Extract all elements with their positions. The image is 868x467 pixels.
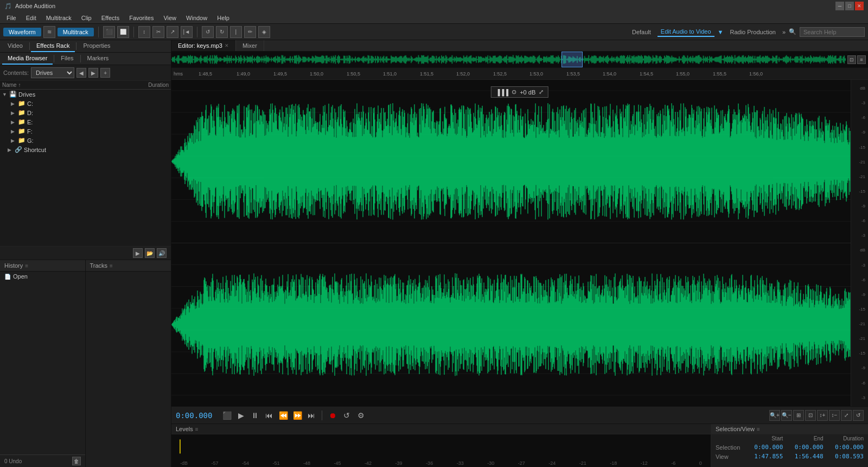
multitrack-tab[interactable]: Multitrack <box>58 28 94 36</box>
history-menu-btn[interactable]: ≡ <box>25 263 28 269</box>
tab-sep-mb-2 <box>80 55 81 62</box>
toolbar-btn-3[interactable]: ↕ <box>138 26 150 38</box>
ctrl-stop[interactable]: ⬛ <box>221 409 233 421</box>
tab-editor-keys[interactable]: Editor: keys.mp3 ✕ <box>171 40 236 51</box>
tree-item-e[interactable]: ▶ 📁 E: <box>0 117 171 127</box>
mb-folder-btn[interactable]: 📂 <box>145 248 155 258</box>
zoom-fit-amp[interactable]: ⤢ <box>841 410 852 421</box>
tab-mixer[interactable]: Mixer <box>236 40 264 51</box>
toolbar-btn-9[interactable]: | <box>230 26 242 38</box>
workspace-area: Default Edit Audio to Video ▼ Radio Prod… <box>629 27 865 37</box>
editor-tab-close[interactable]: ✕ <box>225 43 229 48</box>
workspace-edit-audio[interactable]: Edit Audio to Video <box>658 27 714 37</box>
close-button[interactable]: ✕ <box>855 2 864 10</box>
selection-view-panel: Selection/View ≡ Start End Duration <box>711 424 868 467</box>
selection-start: 0:00.000 <box>747 443 787 452</box>
tab-markers[interactable]: Markers <box>82 53 114 65</box>
ctrl-play[interactable]: ▶ <box>235 409 247 421</box>
overview-btn-fit[interactable]: ⊡ <box>847 55 856 64</box>
view-end: 1:56.448 <box>787 452 827 461</box>
amplitude-circle: ⊙ <box>512 89 516 96</box>
tree-item-d[interactable]: ▶ 📁 D: <box>0 108 171 117</box>
waveform-display[interactable]: ▐▐▐ ⊙ +0 dB ⤢ dB -3 -6 -9 -15 -21 -21 -1… <box>171 80 868 406</box>
menu-window[interactable]: Window <box>182 14 212 22</box>
restore-button[interactable]: □ <box>845 2 854 10</box>
menu-favorites[interactable]: Favorites <box>125 14 158 22</box>
arrow-d: ▶ <box>11 110 16 116</box>
ctrl-settings[interactable]: ⚙ <box>355 409 367 421</box>
tab-media-browser[interactable]: Media Browser <box>2 53 53 65</box>
zoom-fit[interactable]: ⊞ <box>793 410 804 421</box>
history-item-open[interactable]: 📄 Open <box>0 272 85 281</box>
mb-add-btn[interactable]: + <box>100 68 110 78</box>
menu-effects[interactable]: Effects <box>97 14 124 22</box>
ruler-unit: hms <box>174 71 183 77</box>
toolbar-btn-1[interactable]: ⬛ <box>103 26 115 38</box>
mb-next-btn[interactable]: ▶ <box>88 68 98 78</box>
tab-files[interactable]: Files <box>55 53 79 65</box>
history-trash-btn[interactable]: 🗑 <box>72 457 81 465</box>
amplitude-icon-bars: ▐▐▐ <box>496 89 508 96</box>
ctrl-forward-end[interactable]: ⏭ <box>305 409 317 421</box>
zoom-fit-selection[interactable]: ⊡ <box>805 410 816 421</box>
workspace-radio[interactable]: Radio Production <box>726 28 778 36</box>
tab-effects-rack[interactable]: Effects Rack <box>31 40 75 52</box>
ruler-t13: 1:55,0 <box>676 71 690 77</box>
menu-multitrack[interactable]: Multitrack <box>42 14 76 22</box>
tab-video[interactable]: Video <box>2 40 28 52</box>
workspace-default[interactable]: Default <box>629 28 654 36</box>
tree-item-drives[interactable]: ▼ 💾 Drives <box>0 90 171 99</box>
ctrl-fast-backward[interactable]: ⏪ <box>277 409 289 421</box>
overview-selection[interactable] <box>561 52 583 67</box>
ruler-t12: 1:54,5 <box>640 71 653 77</box>
zoom-controls: 🔍+ 🔍− ⊞ ⊡ ↕+ ↕− ⤢ ↺ <box>769 410 864 421</box>
tree-item-f[interactable]: ▶ 📁 F: <box>0 127 171 136</box>
tab-properties[interactable]: Properties <box>78 40 116 52</box>
tree-item-c[interactable]: ▶ 📁 C: <box>0 99 171 108</box>
menu-clip[interactable]: Clip <box>77 14 96 22</box>
editor-area: Editor: keys.mp3 ✕ Mixer ⊡ ≡ hms 1:48,5 … <box>171 40 868 467</box>
toolbar-btn-pencil[interactable]: ✏ <box>244 26 256 38</box>
toolbar-btn-7[interactable]: ↺ <box>202 26 214 38</box>
toolbar-btn-5[interactable]: ↗ <box>167 26 178 38</box>
ctrl-rewind-start[interactable]: ⏮ <box>263 409 275 421</box>
toolbar-waveform-icon[interactable]: ≋ <box>43 26 55 38</box>
mb-prev-btn[interactable]: ◀ <box>76 68 86 78</box>
levels-menu-btn[interactable]: ≡ <box>195 426 199 432</box>
menu-file[interactable]: File <box>2 14 21 22</box>
menu-view[interactable]: View <box>159 14 181 22</box>
drives-label: Drives <box>18 91 35 98</box>
toolbar-btn-8[interactable]: ↻ <box>216 26 228 38</box>
ruler-t6: 1:51,5 <box>420 71 433 77</box>
search-input[interactable] <box>800 27 865 37</box>
waveform-overview[interactable]: ⊡ ≡ <box>171 52 868 68</box>
zoom-reset[interactable]: ↺ <box>853 410 864 421</box>
tracks-menu-btn[interactable]: ≡ <box>110 263 113 269</box>
zoom-out-amp[interactable]: ↕− <box>829 410 840 421</box>
tree-item-g[interactable]: ▶ 📁 G: <box>0 136 171 145</box>
zoom-in-time[interactable]: 🔍+ <box>769 410 780 421</box>
toolbar-btn-6[interactable]: |◄ <box>181 26 193 38</box>
history-item-label: Open <box>13 273 28 280</box>
folder-icon-g: 📁 <box>18 137 25 144</box>
mb-speaker-btn[interactable]: 🔊 <box>157 248 167 258</box>
ctrl-pause[interactable]: ⏸ <box>249 409 261 421</box>
overview-btn-settings[interactable]: ≡ <box>857 55 866 64</box>
zoom-out-time[interactable]: 🔍− <box>781 410 792 421</box>
zoom-in-amp[interactable]: ↕+ <box>817 410 828 421</box>
menu-edit[interactable]: Edit <box>22 14 41 22</box>
minimize-button[interactable]: ─ <box>835 2 844 10</box>
ctrl-record[interactable]: ⏺ <box>327 409 339 421</box>
toolbar-btn-2[interactable]: ⬜ <box>117 26 129 38</box>
contents-dropdown[interactable]: Drives <box>31 67 74 78</box>
ctrl-fast-forward[interactable]: ⏩ <box>291 409 303 421</box>
toolbar-btn-4[interactable]: ✂ <box>152 26 164 38</box>
tree-item-shortcut[interactable]: ▶ 🔗 Shortcut <box>0 145 171 154</box>
ctrl-loop[interactable]: ↺ <box>341 409 353 421</box>
menu-help[interactable]: Help <box>213 14 234 22</box>
ruler-t10: 1:53,5 <box>566 71 580 77</box>
mb-play-btn[interactable]: ▶ <box>133 248 143 258</box>
waveform-tab[interactable]: Waveform <box>3 28 41 36</box>
toolbar-btn-spectrum[interactable]: ◈ <box>258 26 270 38</box>
selection-view-menu-btn[interactable]: ≡ <box>757 426 760 432</box>
